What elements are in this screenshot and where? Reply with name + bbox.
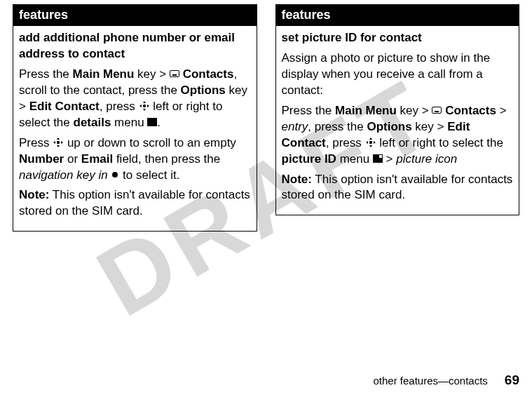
text: Press the bbox=[282, 104, 336, 117]
center-key-icon bbox=[111, 170, 119, 179]
text: field, then press the bbox=[113, 152, 220, 166]
right-feature-title: set picture ID for contact bbox=[282, 30, 514, 46]
text: . bbox=[157, 116, 161, 129]
nav-key-icon bbox=[139, 100, 150, 112]
options-key-label: Options bbox=[367, 120, 411, 133]
entry-label: entry bbox=[282, 120, 308, 133]
svg-point-1 bbox=[57, 141, 60, 144]
right-header: features bbox=[275, 5, 519, 26]
svg-point-2 bbox=[112, 172, 118, 178]
text: > bbox=[496, 104, 507, 117]
left-feature-title: add additional phone number or email add… bbox=[19, 30, 251, 62]
main-menu-key-label: Main Menu bbox=[335, 104, 397, 117]
svg-point-3 bbox=[369, 141, 371, 144]
left-note: Note: This option isn't available for co… bbox=[19, 187, 251, 220]
main-menu-key-label: Main Menu bbox=[73, 67, 135, 81]
text: , press the bbox=[308, 120, 367, 133]
text: or bbox=[64, 152, 81, 166]
right-paragraph-2: Press the Main Menu key > Contacts > ent… bbox=[282, 103, 514, 168]
details-menu-label: details bbox=[74, 116, 111, 129]
page-content: features add additional phone number or … bbox=[0, 0, 532, 232]
text: key > bbox=[397, 104, 432, 117]
picture-icon-label: picture icon bbox=[396, 152, 457, 166]
page-number: 69 bbox=[505, 373, 519, 388]
text: left or right to select the bbox=[376, 136, 503, 149]
text: , press bbox=[326, 136, 365, 149]
nav-key-icon bbox=[365, 137, 376, 148]
note-text: This option isn't available for contacts… bbox=[19, 188, 250, 217]
softkey-icon bbox=[432, 107, 442, 114]
nav-key-icon bbox=[53, 137, 64, 148]
text: key > bbox=[412, 120, 448, 133]
left-table: features add additional phone number or … bbox=[13, 4, 257, 232]
right-paragraph-1: Assign a photo or picture to show in the… bbox=[282, 51, 514, 99]
text: menu bbox=[336, 152, 373, 166]
text: > bbox=[383, 152, 396, 166]
number-field-label: Number bbox=[19, 152, 64, 166]
left-cell: add additional phone number or email add… bbox=[13, 26, 257, 232]
text: to select it. bbox=[119, 168, 179, 182]
svg-point-0 bbox=[142, 105, 145, 107]
right-column: features set picture ID for contact Assi… bbox=[275, 4, 520, 232]
note-label: Note: bbox=[282, 173, 312, 186]
details-tab-icon bbox=[147, 118, 157, 126]
softkey-icon bbox=[170, 70, 179, 77]
right-note: Note: This option isn't available for co… bbox=[282, 172, 514, 204]
text: , press bbox=[100, 100, 139, 113]
left-paragraph-2: Press up or down to scroll to an empty N… bbox=[19, 135, 251, 184]
left-paragraph-1: Press the Main Menu key > Contacts, scro… bbox=[19, 67, 251, 131]
options-key-label: Options bbox=[181, 83, 226, 97]
contacts-label: Contacts bbox=[179, 67, 233, 81]
text: Press bbox=[19, 136, 53, 149]
text: up or down to scroll to an empty bbox=[64, 136, 236, 149]
right-table: features set picture ID for contact Assi… bbox=[275, 4, 520, 215]
text: key > bbox=[134, 67, 170, 81]
contacts-label: Contacts bbox=[442, 104, 496, 117]
note-label: Note: bbox=[19, 188, 49, 201]
navigation-key-in-label: navigation key in bbox=[19, 168, 108, 182]
picture-tab-icon bbox=[373, 154, 383, 163]
left-column: features add additional phone number or … bbox=[13, 4, 257, 232]
footer-section: other features—contacts bbox=[373, 375, 487, 387]
text: Press the bbox=[19, 67, 73, 81]
left-header: features bbox=[13, 5, 257, 26]
right-cell: set picture ID for contact Assign a phot… bbox=[275, 26, 519, 215]
email-field-label: Email bbox=[81, 152, 113, 166]
text: menu bbox=[111, 116, 147, 129]
picture-id-label: picture ID bbox=[282, 152, 336, 166]
note-text: This option isn't available for contacts… bbox=[282, 173, 513, 202]
edit-contact-label: Edit Contact bbox=[29, 100, 100, 113]
page-footer: other features—contacts 69 bbox=[373, 373, 519, 388]
